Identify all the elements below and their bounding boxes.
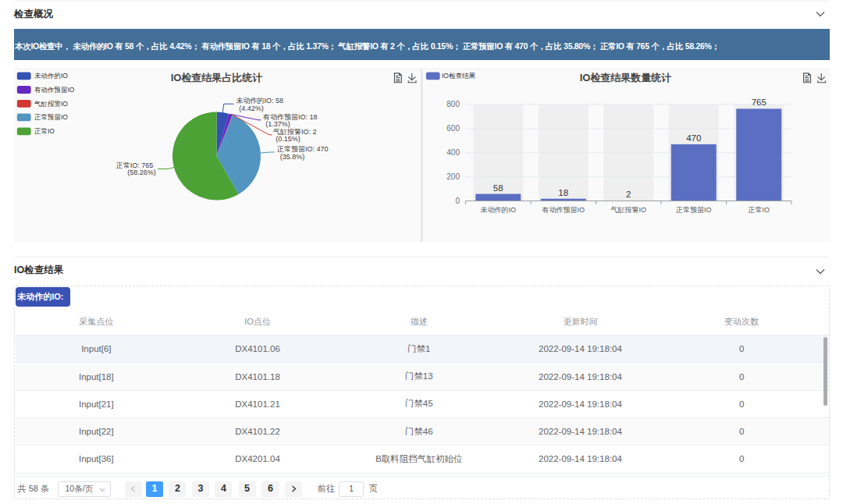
- svg-text:未动作的IO: 未动作的IO: [34, 72, 68, 80]
- svg-text:800: 800: [446, 100, 460, 108]
- svg-text:(1.37%): (1.37%): [265, 120, 290, 128]
- svg-text:0: 0: [455, 197, 460, 205]
- svg-text:18: 18: [558, 188, 568, 197]
- svg-text:2: 2: [626, 190, 631, 199]
- svg-text:765: 765: [752, 98, 767, 107]
- svg-text:(0.15%): (0.15%): [276, 135, 301, 143]
- svg-text:正常预留IO: 正常预留IO: [675, 206, 712, 214]
- svg-text:600: 600: [446, 124, 460, 133]
- svg-text:未动作的IO: 58: 未动作的IO: 58: [237, 97, 284, 105]
- svg-text:气缸报警IO: 气缸报警IO: [610, 206, 646, 214]
- svg-text:(4.42%): (4.42%): [239, 105, 264, 112]
- svg-text:IO检查结果占比统计: IO检查结果占比统计: [171, 72, 263, 83]
- svg-text:有动作预留IO: 18: 有动作预留IO: 18: [262, 113, 318, 121]
- svg-text:正常IO: 正常IO: [747, 206, 770, 214]
- svg-text:未动作的IO: 未动作的IO: [480, 206, 516, 214]
- svg-text:正常IO: 正常IO: [34, 127, 55, 135]
- svg-text:IO检查结果: IO检查结果: [442, 72, 475, 80]
- svg-text:470: 470: [686, 133, 701, 143]
- svg-text:(58.26%): (58.26%): [127, 169, 156, 176]
- svg-text:有动作预留IO: 有动作预留IO: [34, 86, 75, 94]
- svg-text:58: 58: [493, 183, 503, 193]
- svg-text:IO检查结果数量统计: IO检查结果数量统计: [580, 72, 672, 83]
- svg-text:400: 400: [446, 148, 460, 157]
- svg-text:有动作预留IO: 有动作预留IO: [541, 206, 585, 214]
- svg-text:200: 200: [446, 172, 460, 181]
- svg-text:气缸报警IO: 气缸报警IO: [34, 100, 68, 108]
- svg-text:(35.8%): (35.8%): [280, 153, 305, 161]
- svg-text:正常预留IO: 正常预留IO: [34, 113, 68, 121]
